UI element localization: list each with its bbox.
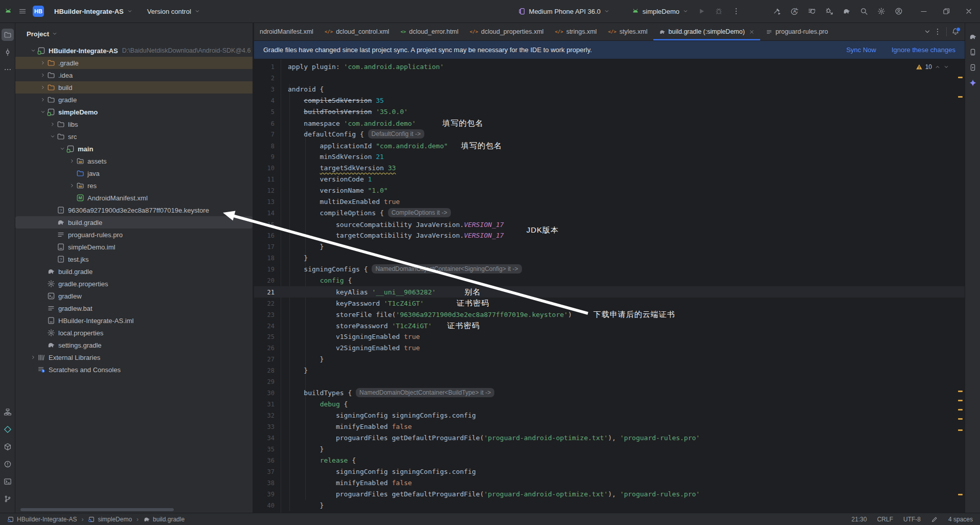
tree-item-idea[interactable]: .idea <box>15 69 253 81</box>
warning-stripe-mark[interactable] <box>958 418 963 420</box>
pencil-icon[interactable] <box>931 516 938 523</box>
inspection-widget[interactable]: 10 <box>916 63 949 71</box>
line-number[interactable]: 29 <box>254 376 275 387</box>
tree-item-build[interactable]: build <box>15 81 253 94</box>
ignore-changes-link[interactable]: Ignore these changes <box>892 46 955 54</box>
tab-strings-xml[interactable]: </>strings.xml <box>549 23 602 40</box>
tree-item-main[interactable]: main <box>15 143 253 155</box>
run-configuration-selector[interactable]: simpleDemo <box>627 4 693 19</box>
chevron-right-icon[interactable] <box>69 158 75 164</box>
tree-item-simpledemo[interactable]: simpleDemo <box>15 106 253 118</box>
prev-warning-icon[interactable] <box>935 64 941 70</box>
indent-setting[interactable]: 4 spaces <box>948 516 973 523</box>
close-window-button[interactable] <box>958 0 980 23</box>
chevron-right-icon[interactable] <box>50 121 56 127</box>
chevron-down-icon[interactable] <box>59 146 65 152</box>
warning-stripe-mark[interactable] <box>958 77 963 78</box>
tree-item-build-gradle[interactable]: build.gradle <box>15 216 253 229</box>
line-ending[interactable]: CRLF <box>877 516 893 523</box>
line-number[interactable]: 15 <box>254 219 275 231</box>
build-run-button[interactable] <box>768 4 786 19</box>
file-encoding[interactable]: UTF-8 <box>903 516 921 523</box>
line-number[interactable]: 6 <box>254 118 275 129</box>
line-number[interactable]: 22 <box>254 298 275 309</box>
line-number[interactable]: 20 <box>254 275 275 286</box>
tree-item-libs[interactable]: libs <box>15 118 253 130</box>
tree-item-java[interactable]: java <box>15 167 253 179</box>
gradle-button[interactable] <box>838 4 855 19</box>
tool-build-variants-button[interactable] <box>2 441 14 453</box>
line-number[interactable]: 19 <box>254 264 275 275</box>
line-number[interactable]: 18 <box>254 253 275 264</box>
tree-item-hbuilder-integrate-as[interactable]: HBuilder-Integrate-ASD:\BaiduNetdiskDown… <box>15 44 253 57</box>
sync-a-button[interactable]: A <box>786 4 803 19</box>
tool-gemini-button[interactable] <box>967 77 979 89</box>
tree-item-res[interactable]: res <box>15 179 253 192</box>
line-number[interactable]: 23 <box>254 309 275 321</box>
line-number[interactable]: 40 <box>254 500 275 511</box>
tab-dcloud-control-xml[interactable]: </>dcloud_control.xml <box>319 23 395 40</box>
tree-item-proguard-rules-pro[interactable]: proguard-rules.pro <box>15 229 253 241</box>
tool-more-horiz-button[interactable] <box>2 63 14 76</box>
chevron-right-icon[interactable] <box>30 354 36 360</box>
breadcrumb-build-gradle[interactable]: build.gradle <box>143 516 185 523</box>
tab-options-icon[interactable] <box>933 28 942 36</box>
chevron-right-icon[interactable] <box>69 182 75 189</box>
notifications-button[interactable] <box>951 28 960 36</box>
warning-stripe-mark[interactable] <box>958 391 963 392</box>
tree-item-gradle[interactable]: .gradle <box>15 57 253 69</box>
settings-button[interactable] <box>873 4 890 19</box>
line-number[interactable]: 37 <box>254 466 275 477</box>
line-number[interactable]: 9 <box>254 151 275 163</box>
tree-item-settings-gradle[interactable]: settings.gradle <box>15 339 253 351</box>
tree-item-simpledemo-iml[interactable]: simpleDemo.iml <box>15 241 253 253</box>
line-number[interactable]: 2 <box>254 73 275 84</box>
line-number[interactable]: 26 <box>254 343 275 354</box>
tab-dcloud-properties-xml[interactable]: </>dcloud_properties.xml <box>464 23 550 40</box>
chevron-right-icon[interactable] <box>40 84 46 90</box>
line-number[interactable]: 16 <box>254 230 275 241</box>
line-number[interactable]: 3 <box>254 84 275 95</box>
project-panel-header[interactable]: Project <box>15 23 253 44</box>
next-warning-icon[interactable] <box>943 64 949 70</box>
task-history-button[interactable] <box>803 4 821 19</box>
line-number[interactable]: 1 <box>254 61 275 73</box>
line-number[interactable]: 28 <box>254 365 275 376</box>
minimize-window-button[interactable] <box>913 0 935 23</box>
line-number[interactable]: 31 <box>254 399 275 410</box>
line-number[interactable]: 14 <box>254 208 275 219</box>
line-number[interactable]: 17 <box>254 241 275 253</box>
line-number[interactable]: 7 <box>254 129 275 140</box>
tool-app-inspection-button[interactable] <box>2 423 14 436</box>
tree-item-gradlew[interactable]: gradlew <box>15 290 253 302</box>
tab-build-gradle-simpledemo[interactable]: build.gradle (:simpleDemo) <box>653 23 760 40</box>
tree-item-gradle-properties[interactable]: gradle.properties <box>15 278 253 290</box>
maximize-window-button[interactable] <box>935 0 958 23</box>
line-number[interactable]: 4 <box>254 95 275 106</box>
line-number[interactable]: 10 <box>254 163 275 174</box>
line-number[interactable]: 8 <box>254 141 275 152</box>
line-number[interactable]: 41 <box>254 511 275 513</box>
line-number[interactable]: 34 <box>254 432 275 444</box>
tool-structure-button[interactable] <box>2 406 14 418</box>
code-editor[interactable]: 1apply plugin: 'com.android.application'… <box>254 59 965 513</box>
tree-item-external-libraries[interactable]: External Libraries <box>15 351 253 363</box>
main-menu-icon[interactable] <box>18 7 27 15</box>
attach-debugger-button[interactable] <box>821 4 838 19</box>
search-button[interactable] <box>855 4 873 19</box>
tool-running-devices-button[interactable] <box>967 61 979 74</box>
tree-item-androidmanifest-xml[interactable]: MAndroidManifest.xml <box>15 192 253 204</box>
tree-horizontal-scrollbar[interactable] <box>20 508 174 511</box>
chevron-down-icon[interactable] <box>50 133 56 140</box>
debug-button[interactable] <box>710 4 727 19</box>
line-number[interactable]: 33 <box>254 421 275 432</box>
tree-item-hbuilder-integrate-as-iml[interactable]: HBuilder-Integrate-AS.iml <box>15 314 253 327</box>
line-number[interactable]: 32 <box>254 410 275 421</box>
tree-item-assets[interactable]: assets <box>15 155 253 167</box>
warning-stripe-mark[interactable] <box>958 429 963 431</box>
tool-device-manager-button[interactable] <box>967 46 979 58</box>
vcs-widget[interactable]: Version control <box>143 4 204 19</box>
caret-position[interactable]: 21:30 <box>852 516 867 523</box>
warning-stripe-mark[interactable] <box>958 96 963 98</box>
line-number[interactable]: 27 <box>254 354 275 365</box>
